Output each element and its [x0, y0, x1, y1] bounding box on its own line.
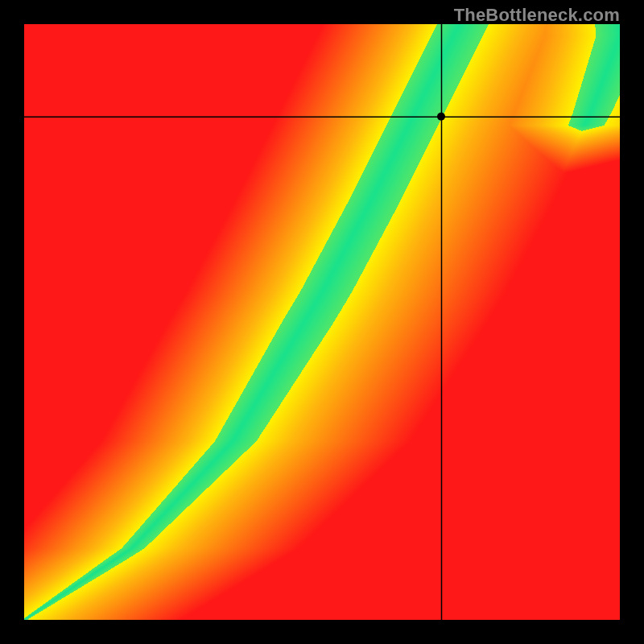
watermark-text: TheBottleneck.com — [454, 5, 620, 26]
bottleneck-heatmap — [24, 24, 620, 620]
